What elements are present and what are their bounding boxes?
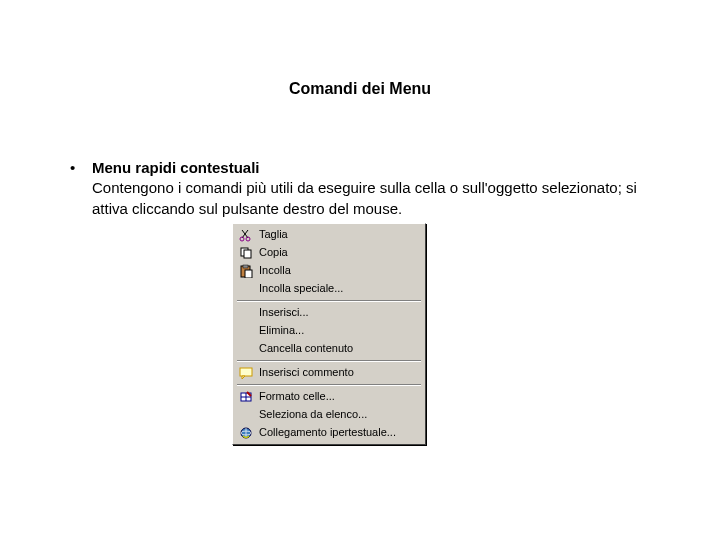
- comment-icon: [237, 365, 255, 381]
- blank-icon: [237, 407, 255, 423]
- menu-item-paste-special[interactable]: Incolla speciale...: [235, 280, 423, 298]
- paste-icon: [237, 263, 255, 279]
- menu-item-label: Elimina...: [259, 323, 304, 338]
- menu-item-pick-from-list[interactable]: Seleziona da elenco...: [235, 406, 423, 424]
- bullet-heading: Menu rapidi contestuali: [92, 159, 260, 176]
- page-title: Comandi dei Menu: [70, 80, 650, 98]
- menu-item-clear-contents[interactable]: Cancella contenuto: [235, 340, 423, 358]
- svg-marker-10: [242, 376, 245, 379]
- svg-rect-7: [243, 265, 248, 268]
- cut-icon: [237, 227, 255, 243]
- menu-item-hyperlink[interactable]: Collegamento ipertestuale...: [235, 424, 423, 442]
- context-menu: Taglia Copia: [232, 223, 426, 445]
- hyperlink-icon: [237, 425, 255, 441]
- menu-item-insert[interactable]: Inserisci...: [235, 304, 423, 322]
- menu-separator: [237, 300, 421, 302]
- svg-rect-9: [240, 368, 252, 376]
- menu-item-format-cells[interactable]: Formato celle...: [235, 388, 423, 406]
- blank-icon: [237, 341, 255, 357]
- menu-item-label: Copia: [259, 245, 288, 260]
- menu-item-label: Formato celle...: [259, 389, 335, 404]
- blank-icon: [237, 323, 255, 339]
- menu-item-delete[interactable]: Elimina...: [235, 322, 423, 340]
- svg-rect-8: [245, 270, 252, 278]
- bullet-marker: •: [70, 158, 92, 445]
- menu-item-paste[interactable]: Incolla: [235, 262, 423, 280]
- blank-icon: [237, 305, 255, 321]
- bullet-text: Contengono i comandi più utili da esegui…: [92, 179, 637, 216]
- bullet-item: • Menu rapidi contestuali Contengono i c…: [70, 158, 650, 445]
- menu-item-label: Inserisci...: [259, 305, 309, 320]
- menu-item-label: Incolla: [259, 263, 291, 278]
- menu-item-label: Incolla speciale...: [259, 281, 343, 296]
- menu-item-label: Taglia: [259, 227, 288, 242]
- menu-item-label: Seleziona da elenco...: [259, 407, 367, 422]
- svg-rect-5: [244, 250, 251, 258]
- menu-item-insert-comment[interactable]: Inserisci commento: [235, 364, 423, 382]
- format-cells-icon: [237, 389, 255, 405]
- menu-separator: [237, 360, 421, 362]
- menu-item-label: Collegamento ipertestuale...: [259, 425, 396, 440]
- menu-item-label: Inserisci commento: [259, 365, 354, 380]
- menu-item-cut[interactable]: Taglia: [235, 226, 423, 244]
- menu-item-label: Cancella contenuto: [259, 341, 353, 356]
- menu-item-copy[interactable]: Copia: [235, 244, 423, 262]
- blank-icon: [237, 281, 255, 297]
- copy-icon: [237, 245, 255, 261]
- menu-separator: [237, 384, 421, 386]
